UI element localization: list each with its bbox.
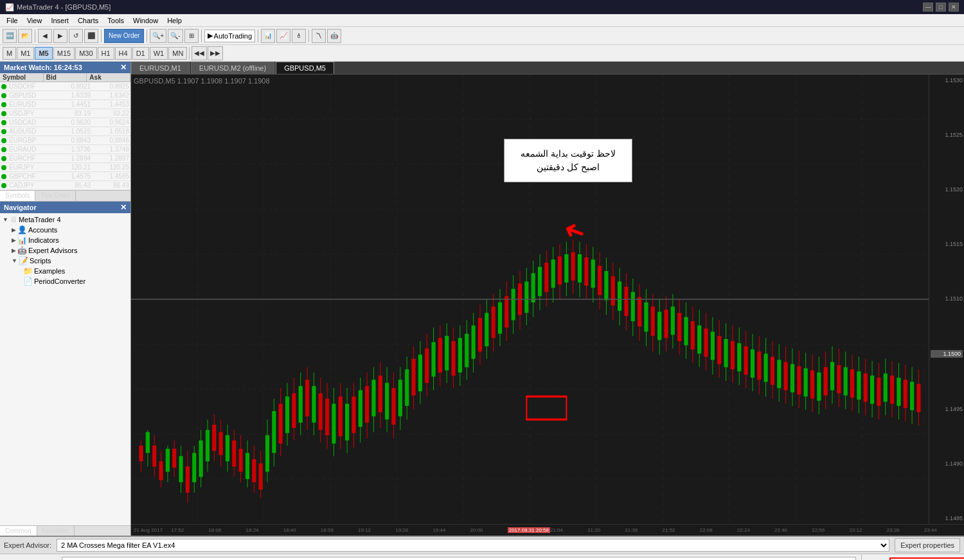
market-watch-close[interactable]: ✕ [120,63,127,72]
symbol-select[interactable]: GBPUSD, Great Britain Pound vs US Dollar [62,557,856,560]
back-button[interactable]: ◀ [38,29,52,43]
nav-item-examples[interactable]: 📁 Examples [1,266,129,276]
svg-rect-231 [837,365,841,394]
close-button[interactable]: ✕ [949,3,959,12]
svg-rect-31 [172,449,176,468]
tf-m30[interactable]: M30 [75,47,96,60]
svg-rect-33 [179,456,183,482]
annotation-line2: اصبح كل دقيقتين [515,161,621,174]
mw-tab-tickchart[interactable]: Tick Chart [35,191,75,201]
toolbar-sep-6 [308,30,309,42]
svg-rect-131 [504,296,508,328]
minimize-button[interactable]: — [923,3,933,12]
scroll-right-button[interactable]: ▶▶ [208,46,223,60]
market-watch-row[interactable]: GBPCHF 1.4575 1.4585 [0,172,130,181]
nav-item-expert-advisors[interactable]: ▶ 🤖 Expert Advisors [1,245,129,256]
menu-tools[interactable]: Tools [103,15,128,26]
market-watch-row[interactable]: EURJPY 120.21 120.25 [0,163,130,172]
candle-button[interactable]: 🕯 [292,29,306,43]
symbol-row: Symbol: GBPUSD, Great Britain Pound vs U… [5,557,856,560]
forward-button[interactable]: ▶ [53,29,67,43]
market-watch-row[interactable]: AUDUSD 1.0515 1.0518 [0,127,130,136]
time-8: 19:28 [395,527,433,533]
tf-m5[interactable]: M5 [35,47,52,60]
menu-window[interactable]: Window [129,15,162,26]
nav-tab-favorites[interactable]: Favorites [37,526,75,536]
nav-arrow-icon: ▼ [3,216,8,223]
chart-canvas[interactable]: GBPUSD,M5 1.1907 1.1908 1.1907 1.1908 [131,74,964,524]
market-watch-row[interactable]: EURUSD 1.4451 1.4453 [0,100,130,109]
tf-h4[interactable]: H4 [115,47,132,60]
ea-selector[interactable]: 2 MA Crosses Mega filter EA V1.ex4 [57,539,889,552]
zoom-in-button[interactable]: 🔍+ [150,29,166,43]
time-7: 19:12 [358,527,395,533]
chart-tab-eurusd-m2[interactable]: EURUSD,M2 (offline) [191,62,274,74]
chart-area: EURUSD,M1 EURUSD,M2 (offline) GBPUSD,M5 … [131,62,964,536]
nav-item-indicators[interactable]: ▶ 📊 Indicators [1,235,129,245]
time-scale: 21 Aug 2017 17:52 18:08 18:24 18:40 18:5… [131,524,964,536]
market-watch-row[interactable]: GBPUSD 1.6339 1.6342 [0,91,130,100]
nav-item-icon: 📄 [23,277,33,286]
tf-d1[interactable]: D1 [132,47,149,60]
refresh-button[interactable]: ↺ [69,29,83,43]
indicator-button[interactable]: 〽 [312,29,326,43]
stop-button[interactable]: ⬛ [84,29,98,43]
market-watch-row[interactable]: EURCHF 1.2894 1.2897 [0,154,130,163]
expert-button[interactable]: 🤖 [327,29,341,43]
svg-rect-213 [777,360,781,388]
maximize-button[interactable]: □ [936,3,946,12]
svg-rect-133 [512,289,515,320]
nav-item-accounts[interactable]: ▶ 👤 Accounts [1,225,129,235]
market-watch-row[interactable]: EURAUD 1.3736 1.3748 [0,145,130,154]
tf-m15[interactable]: M15 [53,47,75,60]
scroll-left-button[interactable]: ◀◀ [192,46,207,60]
nav-item-icon: 🤖 [17,246,27,255]
nav-tab-common[interactable]: Common [0,526,37,536]
menu-file[interactable]: File [3,15,22,26]
svg-rect-77 [325,399,329,435]
navigator-close[interactable]: ✕ [120,203,127,212]
new-button[interactable]: 🆕 [3,29,17,43]
mw-tab-symbols[interactable]: Symbols [0,191,35,201]
svg-rect-241 [870,376,874,404]
bar-button[interactable]: 📈 [276,29,290,43]
time-18: 22:40 [774,527,812,533]
market-watch-row[interactable]: USDCAD 0.9620 0.9624 [0,118,130,127]
zoom-out-button[interactable]: 🔍- [168,29,183,43]
market-watch-row[interactable]: CADJPY 86.43 86.49 [0,181,130,190]
svg-rect-85 [352,396,355,433]
tf-h1[interactable]: H1 [98,47,114,60]
menu-help[interactable]: Help [163,15,186,26]
period-input[interactable] [889,557,964,560]
nav-item-periodconverter[interactable]: 📄 PeriodConverter [1,276,129,286]
expert-properties-button[interactable]: Expert properties [895,538,960,552]
autotrading-button[interactable]: ▶ AutoTrading [204,30,256,42]
nav-item-icon: 🖥 [10,215,17,224]
new-order-button[interactable]: New Order [104,29,144,43]
svg-rect-91 [371,380,375,416]
menu-insert[interactable]: Insert [47,15,73,26]
svg-rect-239 [864,374,868,402]
nav-item-metatrader-4[interactable]: ▼ 🖥 MetaTrader 4 [1,214,129,225]
chart-tab-gbpusd-m5[interactable]: GBPUSD,M5 [276,62,334,74]
line-button[interactable]: 📊 [261,29,275,43]
svg-rect-113 [445,336,449,371]
period-row: Period: ▼ [864,557,961,560]
svg-rect-143 [544,263,548,292]
chart-grid-button[interactable]: ⊞ [184,29,199,43]
app-icon: 📈 [5,3,14,12]
tf-mn[interactable]: MN [168,47,187,60]
tf-m[interactable]: M [3,47,16,60]
menu-charts[interactable]: Charts [74,15,102,26]
tf-m1[interactable]: M1 [17,47,34,60]
market-watch-row[interactable]: EURGBP 0.8843 0.8846 [0,136,130,145]
menu-view[interactable]: View [23,15,46,26]
nav-item-scripts[interactable]: ▼ 📝 Scripts [1,256,129,266]
svg-rect-225 [817,372,821,401]
svg-rect-256 [526,396,566,419]
open-button[interactable]: 📂 [18,29,32,43]
market-watch-row[interactable]: USDJPY 83.19 83.22 [0,109,130,118]
tf-w1[interactable]: W1 [150,47,168,60]
market-watch-row[interactable]: USDCHF 0.8921 0.8925 [0,82,130,91]
chart-tab-eurusd-m1[interactable]: EURUSD,M1 [131,62,190,74]
